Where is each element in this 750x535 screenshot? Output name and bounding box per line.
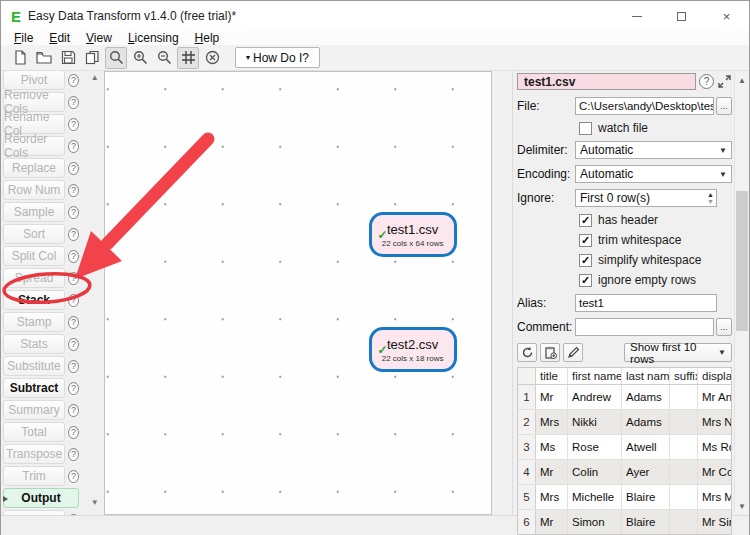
how-do-i-button[interactable]: ▾ How Do I?	[235, 47, 320, 68]
sidebar-item-replace[interactable]: Replace	[3, 158, 65, 178]
show-rows-dropdown[interactable]: Show first 10 rows ▼	[624, 343, 732, 362]
help-icon[interactable]: ?	[699, 74, 714, 89]
help-icon[interactable]: ?	[68, 118, 79, 131]
scroll-down-icon[interactable]: ▼	[735, 499, 749, 513]
refresh-button[interactable]	[517, 343, 537, 362]
comment-expand-button[interactable]: ...	[716, 318, 732, 336]
copy-button[interactable]	[81, 47, 103, 69]
new-document-button[interactable]	[9, 47, 31, 69]
table-row[interactable]: 3MsRoseAtwellMs Rose	[518, 435, 731, 460]
help-icon[interactable]: ?	[68, 448, 79, 461]
menu-file[interactable]: File	[7, 31, 40, 45]
sidebar-item-stamp[interactable]: Stamp	[3, 312, 65, 332]
magnifier-button[interactable]	[105, 47, 127, 69]
sidebar-item-row-num[interactable]: Row Num	[3, 180, 65, 200]
help-icon[interactable]: ?	[68, 140, 79, 153]
sidebar-item-transpose[interactable]: Transpose	[3, 444, 65, 464]
menu-view[interactable]: View	[79, 31, 119, 45]
trim-whitespace-checkbox[interactable]: ✓	[579, 234, 592, 247]
help-icon[interactable]: ?	[68, 184, 79, 197]
help-icon[interactable]: ?	[68, 338, 79, 351]
sidebar-item-split-col[interactable]: Split Col	[3, 246, 65, 266]
encoding-dropdown[interactable]: Automatic ▼	[575, 165, 732, 183]
sidebar-item-sample[interactable]: Sample	[3, 202, 65, 222]
help-icon[interactable]: ?	[68, 228, 79, 241]
help-icon[interactable]: ?	[68, 96, 79, 109]
help-icon[interactable]: ?	[68, 294, 79, 307]
sidebar-scroll-up-icon[interactable]: ▲	[91, 73, 99, 82]
zoom-reset-button[interactable]	[201, 47, 223, 69]
sidebar-item-to-file[interactable]: To File	[3, 510, 65, 515]
table-row[interactable]: 4MrColinAyerMr Colin	[518, 460, 731, 485]
table-row[interactable]: 2MrsNikkiAdamsMrs Nikki	[518, 410, 731, 435]
table-row[interactable]: 5MrsMichelleBlaireMrs Michel	[518, 485, 731, 510]
comment-input[interactable]	[575, 318, 714, 336]
open-folder-button[interactable]	[33, 47, 55, 69]
sidebar-item-stack[interactable]: Stack	[3, 290, 65, 310]
expand-panel-icon[interactable]	[717, 74, 732, 89]
help-icon[interactable]: ?	[68, 404, 79, 417]
help-icon[interactable]: ?	[68, 382, 79, 395]
workflow-canvas[interactable]: ✓test1.csv22 cols x 64 rows✓test2.csv22 …	[104, 71, 492, 515]
column-header-suffix[interactable]: suffix	[670, 368, 698, 384]
table-row[interactable]: 6MrSimonBlaireMr Simon	[518, 510, 731, 535]
file-path-input[interactable]: C:\Users\andy\Desktop\test1.csv	[575, 97, 714, 115]
sidebar-item-rename-col[interactable]: Rename Col	[3, 114, 65, 134]
watch-file-checkbox[interactable]	[579, 122, 592, 135]
sidebar-item-stats[interactable]: Stats	[3, 334, 65, 354]
menu-help[interactable]: Help	[188, 31, 227, 45]
sidebar-item-trim[interactable]: Trim	[3, 466, 65, 486]
node-test1.csv[interactable]: ✓test1.csv22 cols x 64 rows	[369, 212, 457, 257]
panel-splitter[interactable]	[492, 71, 512, 515]
help-icon[interactable]: ?	[68, 426, 79, 439]
sidebar-item-substitute[interactable]: Substitute	[3, 356, 65, 376]
help-icon[interactable]: ?	[68, 316, 79, 329]
menu-edit[interactable]: Edit	[42, 31, 77, 45]
sidebar-item-output[interactable]: Output	[3, 488, 79, 508]
zoom-in-button[interactable]	[129, 47, 151, 69]
edit-pencil-icon[interactable]	[563, 343, 583, 362]
close-button[interactable]: ×	[704, 1, 749, 31]
help-icon[interactable]: ?	[68, 162, 79, 175]
browse-file-button[interactable]: ...	[716, 97, 732, 115]
paste-icon[interactable]	[540, 343, 560, 362]
alias-input[interactable]: test1	[575, 294, 717, 312]
zoom-out-button[interactable]	[153, 47, 175, 69]
node-test2.csv[interactable]: ✓test2.csv22 cols x 18 rows	[369, 327, 457, 372]
help-icon[interactable]: ?	[68, 206, 79, 219]
maximize-button[interactable]	[659, 1, 704, 31]
sidebar-item-remove-cols[interactable]: Remove Cols	[3, 92, 65, 112]
minimize-button[interactable]	[614, 1, 659, 31]
grid-button[interactable]	[177, 47, 199, 69]
sidebar-item-reorder-cols[interactable]: Reorder Cols	[3, 136, 65, 156]
help-icon[interactable]: ?	[68, 470, 79, 483]
sidebar-item-spread[interactable]: Spread	[3, 268, 65, 288]
help-icon[interactable]: ?	[68, 360, 79, 373]
save-button[interactable]	[57, 47, 79, 69]
spinner-down-icon[interactable]: ▼	[707, 198, 714, 205]
column-header-rownum[interactable]	[518, 368, 536, 384]
scrollbar-thumb[interactable]	[736, 191, 748, 331]
has-header-checkbox[interactable]: ✓	[579, 214, 592, 227]
sidebar-scroll-down-icon[interactable]: ▼	[91, 498, 99, 507]
column-header-last name[interactable]: last name	[622, 368, 670, 384]
spinner-up-icon[interactable]: ▲	[707, 191, 714, 198]
help-icon[interactable]: ?	[68, 514, 79, 516]
menu-licensing[interactable]: Licensing	[121, 31, 186, 45]
sidebar-item-sort[interactable]: Sort	[3, 224, 65, 244]
simplify-whitespace-checkbox[interactable]: ✓	[579, 254, 592, 267]
help-icon[interactable]: ?	[68, 272, 79, 285]
delimiter-dropdown[interactable]: Automatic ▼	[575, 141, 732, 159]
column-header-first name[interactable]: first name	[568, 368, 622, 384]
panel-scrollbar[interactable]: ▲ ▼	[734, 73, 748, 513]
column-header-title[interactable]: title	[536, 368, 568, 384]
sidebar-item-summary[interactable]: Summary	[3, 400, 65, 420]
collapse-triangle-icon[interactable]	[3, 496, 8, 502]
help-icon[interactable]: ?	[68, 74, 79, 87]
column-header-display name[interactable]: display name	[698, 368, 732, 384]
sidebar-item-total[interactable]: Total	[3, 422, 65, 442]
ignore-empty-rows-checkbox[interactable]: ✓	[579, 274, 592, 287]
table-row[interactable]: 1MrAndrewAdamsMr Andrew	[518, 385, 731, 410]
ignore-rows-stepper[interactable]: First 0 row(s) ▲▼	[575, 189, 717, 207]
sidebar-item-subtract[interactable]: Subtract	[3, 378, 65, 398]
